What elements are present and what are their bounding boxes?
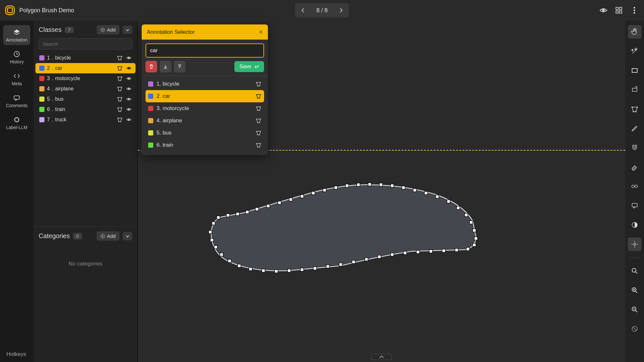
polygon-handle[interactable] xyxy=(402,186,405,189)
polygon-handle[interactable] xyxy=(352,260,355,264)
polygon-icon[interactable] xyxy=(117,76,123,81)
polygon-handle[interactable] xyxy=(312,191,315,195)
selector-item-train[interactable]: 6. train xyxy=(146,139,264,151)
tool-rotate-rect[interactable] xyxy=(628,83,641,97)
polygon-handle[interactable] xyxy=(214,246,217,249)
polygon-handle[interactable] xyxy=(429,250,432,253)
bottom-drawer-handle[interactable] xyxy=(371,354,392,360)
polygon-handle[interactable] xyxy=(217,216,220,219)
polygon-handle[interactable] xyxy=(365,258,368,261)
polygon-handle[interactable] xyxy=(473,243,476,246)
polygon-icon[interactable] xyxy=(117,107,123,112)
polygon-icon[interactable] xyxy=(117,117,123,123)
class-row-car[interactable]: 2 . car xyxy=(35,63,136,73)
grid-view-button[interactable] xyxy=(614,6,623,15)
move-up-button[interactable] xyxy=(174,61,185,72)
eye-icon[interactable] xyxy=(126,86,132,92)
polygon-handle[interactable] xyxy=(457,206,460,209)
tool-zoom-in[interactable] xyxy=(628,283,641,297)
visibility-toggle[interactable] xyxy=(599,6,608,15)
tool-polygon[interactable] xyxy=(628,102,641,116)
polygon-handle[interactable] xyxy=(473,229,476,232)
tool-wand[interactable] xyxy=(628,44,641,58)
tool-search[interactable] xyxy=(628,264,641,278)
polygon-handle[interactable] xyxy=(469,221,473,224)
rail-comments[interactable]: Comments xyxy=(3,91,30,111)
polygon-handle[interactable] xyxy=(416,250,420,254)
polygon-handle[interactable] xyxy=(236,212,239,216)
polygon-handle[interactable] xyxy=(300,268,304,271)
tool-focus[interactable] xyxy=(628,237,641,251)
add-class-button[interactable]: Add xyxy=(97,25,119,34)
polygon-handle[interactable] xyxy=(424,191,428,195)
class-row-bicycle[interactable]: 1 . bicycle xyxy=(35,53,136,63)
categories-expand-button[interactable] xyxy=(123,232,132,240)
eye-icon[interactable] xyxy=(126,107,132,112)
polygon-handle[interactable] xyxy=(391,184,394,187)
tool-magnet[interactable] xyxy=(628,141,641,154)
class-row-truck[interactable]: 7 . truck xyxy=(35,115,136,125)
polygon-handle[interactable] xyxy=(474,237,478,240)
polygon-handle[interactable] xyxy=(300,195,304,198)
polygon-handle[interactable] xyxy=(323,189,326,192)
selector-close-button[interactable]: × xyxy=(259,28,263,36)
polygon-handle[interactable] xyxy=(391,253,394,256)
eye-icon[interactable] xyxy=(126,76,132,81)
selector-item-bicycle[interactable]: 1. bicycle xyxy=(146,78,264,90)
polygon-annotation[interactable] xyxy=(205,182,479,275)
polygon-handle[interactable] xyxy=(238,264,241,267)
class-search-input[interactable] xyxy=(39,38,132,50)
polygon-handle[interactable] xyxy=(466,247,469,251)
polygon-handle[interactable] xyxy=(210,238,213,242)
selector-item-car[interactable]: 2. car xyxy=(146,90,264,102)
polygon-handle[interactable] xyxy=(447,200,450,203)
polygon-handle[interactable] xyxy=(313,267,317,270)
tool-eraser[interactable] xyxy=(628,160,641,174)
class-row-train[interactable]: 6 . train xyxy=(35,104,136,115)
polygon-handle[interactable] xyxy=(442,249,445,252)
polygon-handle[interactable] xyxy=(262,269,265,272)
polygon-handle[interactable] xyxy=(288,269,291,272)
eye-icon[interactable] xyxy=(126,55,132,61)
eye-icon[interactable] xyxy=(126,65,132,71)
polygon-handle[interactable] xyxy=(455,248,458,252)
tool-link[interactable] xyxy=(628,180,641,193)
polygon-handle[interactable] xyxy=(278,201,281,204)
polygon-handle[interactable] xyxy=(378,255,381,258)
class-row-airplane[interactable]: 4 . airplane xyxy=(35,84,136,94)
polygon-handle[interactable] xyxy=(246,210,249,214)
polygon-handle[interactable] xyxy=(326,265,329,268)
tool-zoom-out[interactable] xyxy=(628,303,641,316)
polygon-handle[interactable] xyxy=(379,183,383,186)
selector-item-motorcycle[interactable]: 3. motorcycle xyxy=(146,102,264,115)
polygon-handle[interactable] xyxy=(220,253,223,256)
rail-label-llm[interactable]: Label-LLM xyxy=(3,113,30,133)
eye-icon[interactable] xyxy=(126,96,132,102)
rail-history[interactable]: History xyxy=(3,47,30,67)
polygon-handle[interactable] xyxy=(249,267,252,271)
classes-expand-button[interactable] xyxy=(123,26,132,34)
polygon-handle[interactable] xyxy=(226,214,230,217)
polygon-icon[interactable] xyxy=(117,55,123,61)
polygon-handle[interactable] xyxy=(209,230,212,234)
polygon-handle[interactable] xyxy=(368,183,371,186)
tool-comment[interactable] xyxy=(628,199,641,212)
move-down-button[interactable] xyxy=(160,61,171,72)
polygon-handle[interactable] xyxy=(289,198,292,201)
hotkeys-link[interactable]: Hotkeys xyxy=(6,351,26,357)
polygon-icon[interactable] xyxy=(117,96,123,102)
eye-icon[interactable] xyxy=(126,117,132,123)
polygon-handle[interactable] xyxy=(436,195,439,198)
tool-pen[interactable] xyxy=(628,122,641,135)
polygon-icon[interactable] xyxy=(117,65,123,71)
polygon-handle[interactable] xyxy=(465,213,468,217)
selector-input[interactable] xyxy=(146,43,264,58)
more-menu-button[interactable] xyxy=(630,6,639,15)
polygon-handle[interactable] xyxy=(228,259,231,263)
polygon-handle[interactable] xyxy=(346,184,349,187)
class-row-motorcycle[interactable]: 3 . motorcycle xyxy=(35,73,136,84)
polygon-icon[interactable] xyxy=(117,86,123,92)
tool-hand[interactable] xyxy=(628,25,641,39)
save-button[interactable]: Save xyxy=(234,61,264,72)
polygon-handle[interactable] xyxy=(334,186,337,189)
